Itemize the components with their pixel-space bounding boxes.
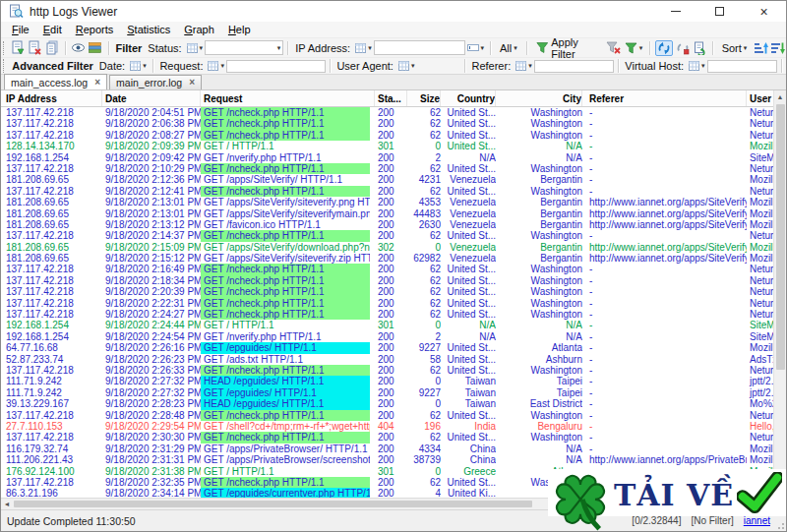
- table-row[interactable]: 181.208.69.65 9/18/2020 2:13:01 PM GET /…: [1, 197, 786, 207]
- table-row[interactable]: 137.117.42.218 9/18/2020 2:14:37 PM GET …: [1, 230, 786, 241]
- table-row[interactable]: 181.208.69.65 9/18/2020 2:15:09 PM GET /…: [1, 242, 786, 253]
- cell-size: 4353: [407, 197, 441, 207]
- cell-ip: 137.117.42.218: [1, 309, 102, 320]
- scroll-left-icon[interactable]: ◄: [1, 499, 13, 510]
- cell-size: 62982: [407, 253, 441, 264]
- table-row[interactable]: 137.117.42.218 9/18/2020 2:30:30 PM GET …: [1, 432, 786, 443]
- menu-item-reports[interactable]: Reports: [69, 22, 121, 37]
- table-row[interactable]: 111.206.221.43 9/18/2020 2:31:31 PM GET …: [1, 454, 786, 465]
- cell-date: 9/18/2020 2:26:33 PM: [102, 365, 201, 376]
- ip-grid-dropdown[interactable]: ▾: [355, 43, 372, 53]
- cell-country: United St...: [441, 230, 496, 241]
- request-grid-dropdown[interactable]: ▾: [208, 61, 224, 71]
- table-row[interactable]: 137.117.42.218 9/18/2020 2:18:34 PM GET …: [1, 275, 786, 286]
- table-row[interactable]: 52.87.233.74 9/18/2020 2:26:23 PM GET /a…: [1, 354, 786, 365]
- filter-options-dropdown[interactable]: ▾: [623, 40, 644, 56]
- column-header-referer[interactable]: Referer: [582, 90, 747, 106]
- sort-ascending-button[interactable]: [753, 40, 767, 56]
- menu-item-graph[interactable]: Graph: [177, 22, 221, 37]
- sort-dropdown[interactable]: Sort▾: [717, 40, 753, 56]
- table-row[interactable]: 137.117.42.218 9/18/2020 2:16:49 PM GET …: [1, 264, 786, 274]
- status-grid-dropdown[interactable]: ▾: [187, 43, 204, 53]
- table-row[interactable]: 137.117.42.218 9/18/2020 2:24:27 PM GET …: [1, 309, 786, 320]
- table-row[interactable]: 137.117.42.218 9/18/2020 2:26:33 PM GET …: [1, 365, 786, 376]
- column-header-date[interactable]: Date: [102, 90, 201, 106]
- cell-request: GET / HTTP/1.1: [201, 466, 375, 477]
- minimize-button[interactable]: [653, 1, 697, 22]
- column-header-city[interactable]: City: [496, 90, 582, 106]
- table-row[interactable]: 137.117.42.218 9/18/2020 2:06:38 PM GET …: [1, 118, 786, 129]
- cell-size: 62: [407, 477, 441, 488]
- table-row[interactable]: 192.168.1.254 9/18/2020 2:24:44 PM GET /…: [1, 320, 786, 330]
- menu-item-help[interactable]: Help: [221, 22, 258, 37]
- tab-close-icon[interactable]: ×: [94, 78, 100, 88]
- ip-filter-input[interactable]: [374, 40, 465, 55]
- table-row[interactable]: 137.117.42.218 9/18/2020 2:08:27 PM GET …: [1, 130, 786, 141]
- auto-refresh-button[interactable]: [675, 40, 690, 56]
- date-grid-dropdown[interactable]: ▾: [130, 61, 147, 71]
- table-row[interactable]: 137.117.42.218 9/18/2020 2:22:31 PM GET …: [1, 298, 786, 309]
- table-row[interactable]: 137.117.42.218 9/18/2020 2:28:48 PM GET …: [1, 410, 786, 421]
- sort-descending-button[interactable]: [770, 40, 785, 56]
- column-header-request[interactable]: Request: [201, 90, 375, 106]
- table-row[interactable]: 181.208.69.65 9/18/2020 2:15:12 PM GET /…: [1, 253, 786, 264]
- table-row[interactable]: 111.71.9.242 9/18/2020 2:27:32 PM HEAD /…: [1, 376, 786, 386]
- export-log-button[interactable]: [44, 40, 59, 56]
- view-button[interactable]: [71, 40, 86, 56]
- status-filter-combobox[interactable]: ▾: [205, 40, 283, 55]
- vertical-scrollbar[interactable]: ▲ ▼: [773, 90, 786, 498]
- scroll-up-icon[interactable]: ▲: [774, 90, 787, 103]
- table-row[interactable]: 181.208.69.65 9/18/2020 2:13:01 PM GET /…: [1, 208, 786, 219]
- table-row[interactable]: 116.179.32.74 9/18/2020 2:31:29 PM GET /…: [1, 443, 786, 454]
- refresh-button[interactable]: [655, 40, 673, 56]
- table-row[interactable]: 137.117.42.218 9/18/2020 2:20:39 PM GET …: [1, 286, 786, 297]
- table-row[interactable]: 27.7.110.153 9/18/2020 2:29:54 PM GET /s…: [1, 421, 786, 432]
- toolbar-separator: [526, 41, 527, 55]
- open-log-button[interactable]: [11, 40, 26, 56]
- all-dropdown[interactable]: All▾: [495, 40, 522, 56]
- cell-city: East District: [496, 398, 582, 409]
- user-agent-grid-dropdown[interactable]: ▾: [398, 61, 415, 71]
- column-header-country[interactable]: Country: [441, 90, 496, 106]
- table-row[interactable]: 39.13.229.167 9/18/2020 2:28:23 PM HEAD …: [1, 398, 786, 409]
- reload-file-button[interactable]: [692, 40, 706, 56]
- maximize-button[interactable]: [697, 1, 742, 22]
- table-row[interactable]: 111.71.9.242 9/18/2020 2:27:32 PM GET /e…: [1, 387, 786, 398]
- referer-grid-dropdown[interactable]: ▾: [515, 61, 532, 71]
- table-row[interactable]: 128.14.134.170 9/18/2020 2:09:39 PM GET …: [1, 141, 786, 151]
- table-row[interactable]: 137.117.42.218 9/18/2020 2:04:51 PM GET …: [1, 107, 786, 118]
- table-row[interactable]: 181.208.69.65 9/18/2020 2:12:36 PM GET /…: [1, 174, 786, 185]
- cell-request: GET /apps/PrivateBrowser/ HTTP/1.1: [201, 443, 375, 454]
- table-row[interactable]: 137.117.42.218 9/18/2020 2:12:41 PM GET …: [1, 186, 786, 197]
- close-button[interactable]: ×: [742, 1, 786, 22]
- horizontal-scroll-thumb[interactable]: [14, 501, 532, 507]
- virtual-host-filter-input[interactable]: [707, 60, 778, 73]
- close-log-button[interactable]: [28, 40, 42, 56]
- table-row[interactable]: 192.168.1.254 9/18/2020 2:09:42 PM GET /…: [1, 152, 786, 163]
- virtual-host-grid-dropdown[interactable]: ▾: [689, 61, 705, 71]
- referer-filter-input[interactable]: [534, 60, 614, 73]
- column-header-ip[interactable]: IP Address: [1, 90, 102, 106]
- menu-item-edit[interactable]: Edit: [36, 22, 69, 37]
- column-header-status[interactable]: Sta...: [375, 90, 407, 106]
- grid-icon: [208, 61, 218, 71]
- table-row[interactable]: 192.168.1.254 9/18/2020 2:24:54 PM GET /…: [1, 331, 786, 342]
- clear-filter-button[interactable]: [606, 40, 621, 56]
- log-list-button[interactable]: [88, 40, 102, 56]
- download-badge-overlay[interactable]: TẢI VỀ: [548, 469, 787, 532]
- log-tab[interactable]: main_error.log ×: [109, 75, 202, 89]
- tab-close-icon[interactable]: ×: [189, 78, 195, 88]
- menu-item-statistics[interactable]: Statistics: [120, 22, 177, 37]
- grid-icon: [515, 61, 526, 71]
- ip-mode-dropdown[interactable]: ▾: [467, 43, 485, 52]
- column-header-size[interactable]: Size: [407, 90, 441, 106]
- cell-country: China: [441, 443, 496, 454]
- column-header-user-agent[interactable]: User A: [747, 90, 773, 106]
- menu-item-file[interactable]: File: [5, 22, 36, 37]
- table-row[interactable]: 137.117.42.218 9/18/2020 2:10:29 PM GET …: [1, 163, 786, 174]
- vertical-scroll-thumb[interactable]: [776, 104, 785, 370]
- request-filter-input[interactable]: [226, 60, 326, 73]
- log-tab[interactable]: main_access.log ×: [4, 74, 107, 89]
- table-row[interactable]: 64.77.16.68 9/18/2020 2:26:16 PM GET /ep…: [1, 342, 786, 353]
- table-row[interactable]: 181.208.69.65 9/18/2020 2:13:12 PM GET /…: [1, 219, 786, 230]
